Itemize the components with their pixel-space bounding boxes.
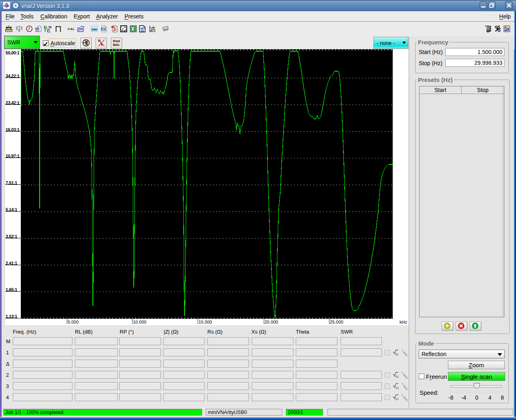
svg-text:M: M bbox=[396, 375, 399, 379]
svg-text:E: E bbox=[406, 399, 408, 402]
svg-text:E: E bbox=[406, 354, 408, 357]
svg-text:E: E bbox=[406, 388, 408, 390]
svg-text:E: E bbox=[406, 376, 408, 379]
svg-text:M: M bbox=[396, 397, 399, 401]
svg-text:M: M bbox=[396, 386, 399, 390]
svg-text:M: M bbox=[396, 352, 399, 356]
